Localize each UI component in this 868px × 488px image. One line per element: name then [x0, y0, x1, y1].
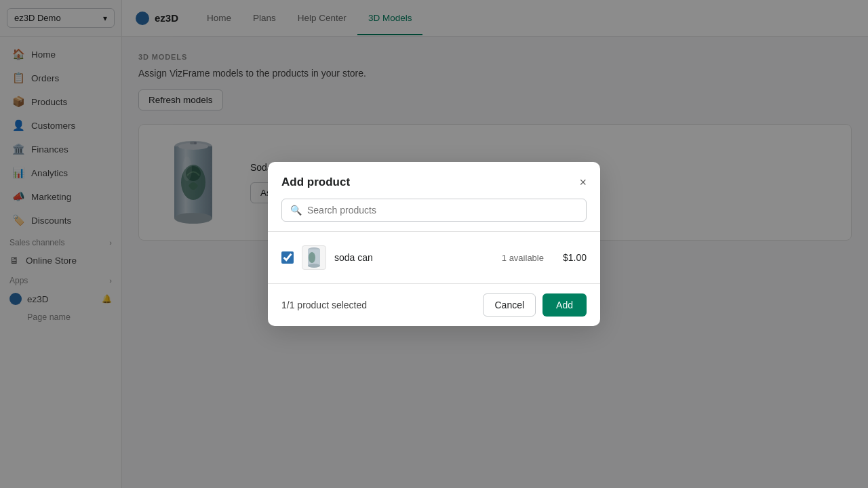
modal-overlay: Add product × 🔍 soda can	[0, 0, 868, 488]
product-thumbnail	[302, 245, 326, 270]
modal-header: Add product ×	[268, 162, 600, 199]
svg-point-11	[308, 264, 320, 268]
svg-point-12	[309, 252, 315, 263]
product-name: soda can	[334, 252, 494, 263]
product-item: soda can 1 available $1.00	[281, 239, 587, 277]
product-checkbox[interactable]	[281, 251, 294, 264]
search-input-wrapper[interactable]: 🔍	[281, 199, 587, 222]
product-available: 1 available	[502, 253, 544, 263]
product-list: soda can 1 available $1.00	[268, 231, 600, 283]
add-product-modal: Add product × 🔍 soda can	[268, 162, 600, 326]
product-price: $1.00	[563, 252, 587, 263]
modal-title: Add product	[281, 176, 350, 189]
cancel-button[interactable]: Cancel	[483, 293, 536, 317]
modal-footer: 1/1 product selected Cancel Add	[268, 283, 600, 326]
selected-count: 1/1 product selected	[281, 300, 367, 310]
search-icon: 🔍	[290, 205, 302, 216]
add-button[interactable]: Add	[542, 293, 587, 317]
modal-close-button[interactable]: ×	[579, 176, 587, 188]
footer-actions: Cancel Add	[483, 293, 587, 317]
modal-search: 🔍	[268, 199, 600, 231]
search-input[interactable]	[307, 205, 578, 216]
